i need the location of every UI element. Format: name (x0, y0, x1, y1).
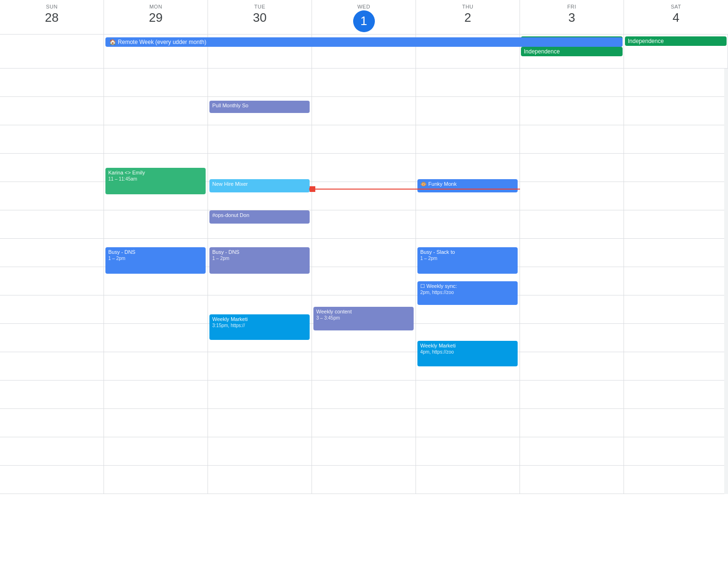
weekly-marketing-thu-event[interactable]: Weekly Marketi 4pm, https://zoo (417, 341, 518, 366)
day-tue[interactable]: TUE 30 (208, 0, 312, 34)
allday-sun (0, 35, 104, 68)
calendar-header: SUN 28 MON 29 TUE 30 WED 1 THU 2 FRI 3 S… (0, 0, 728, 35)
col-sat (624, 69, 728, 494)
scrollbar[interactable] (724, 69, 728, 494)
day-sat[interactable]: SAT 4 (624, 0, 728, 34)
funky-monk-event[interactable]: 🐵 Funky Monk (417, 179, 518, 192)
day-fri[interactable]: FRI 3 (520, 0, 624, 34)
independence-sat-event[interactable]: Independence (625, 36, 727, 46)
new-hire-mixer-event[interactable]: New Hire Mixer (209, 179, 310, 192)
day-mon[interactable]: MON 29 (104, 0, 208, 34)
day-thu[interactable]: THU 2 (416, 0, 520, 34)
day-sun[interactable]: SUN 28 (0, 0, 104, 34)
calendar-container: SUN 28 MON 29 TUE 30 WED 1 THU 2 FRI 3 S… (0, 0, 728, 494)
remote-week-event[interactable]: 🏠 Remote Week (every udder month) (105, 37, 623, 47)
weekly-marketing-tue-event[interactable]: Weekly Marketi 3:15pm, https:// (209, 314, 310, 340)
allday-row: Company Holi Independence Independence 🏠… (0, 35, 728, 69)
col-wed (312, 69, 416, 494)
calendar-body (0, 69, 728, 494)
col-fri (520, 69, 624, 494)
karina-emily-event[interactable]: Karina <> Emily 11 – 11:45am (105, 168, 206, 194)
pull-monthly-event[interactable]: Pull Monthly So (209, 101, 310, 113)
allday-sat: Independence (624, 35, 728, 68)
independence-fri-event[interactable]: Independence (521, 47, 623, 56)
weekly-content-wed-event[interactable]: Weekly content 3 – 3:45pm (313, 307, 414, 330)
calendar-body-wrapper: Pull Monthly So Karina <> Emily 11 – 11:… (0, 69, 728, 494)
col-mon (104, 69, 208, 494)
busy-dns-tue-event[interactable]: Busy - DNS 1 – 2pm (209, 247, 310, 274)
busy-dns-mon-event[interactable]: Busy - DNS 1 – 2pm (105, 247, 206, 274)
col-sun (0, 69, 104, 494)
ops-donut-event[interactable]: #ops-donut Don (209, 210, 310, 224)
day-wed[interactable]: WED 1 (312, 0, 416, 34)
weekly-sync-thu-event[interactable]: ☐ Weekly sync: 2pm, https://zoo (417, 281, 518, 305)
col-tue (208, 69, 312, 494)
busy-slack-thu-event[interactable]: Busy - Slack to 1 – 2pm (417, 247, 518, 274)
